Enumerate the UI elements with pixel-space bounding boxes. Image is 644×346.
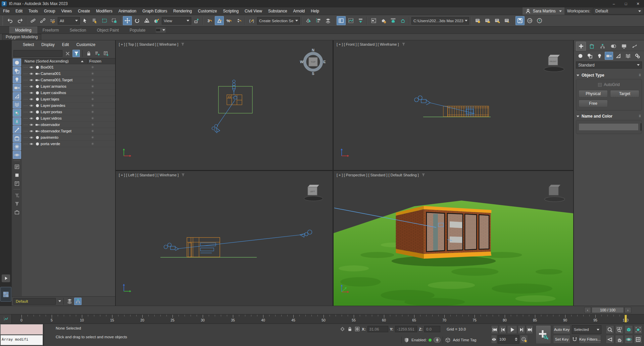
window-crossing-toggle-button[interactable] bbox=[110, 16, 119, 25]
workspace-gear-icon-1[interactable] bbox=[473, 16, 482, 25]
select-and-rotate-button[interactable] bbox=[133, 16, 142, 25]
menu-views[interactable]: Views bbox=[58, 7, 75, 15]
menu-tools[interactable]: Tools bbox=[26, 7, 41, 15]
time-slider-handle[interactable] bbox=[625, 315, 627, 322]
edit-named-selection-sets-button[interactable]: {} bbox=[247, 16, 256, 25]
visibility-eye-icon[interactable] bbox=[29, 65, 34, 70]
explorer-menu-edit[interactable]: Edit bbox=[58, 42, 73, 47]
visibility-eye-icon[interactable] bbox=[29, 72, 34, 76]
unlink-selection-button[interactable] bbox=[38, 16, 47, 25]
scene-object-row[interactable]: Layer:portas bbox=[22, 109, 115, 115]
perspective-viewport[interactable]: [ + ] [ Perspective ] [ Standard ] [ Def… bbox=[334, 171, 573, 306]
menu-scripting[interactable]: Scripting bbox=[220, 7, 242, 15]
explorer-menu-display[interactable]: Display bbox=[38, 42, 58, 47]
maximize-button[interactable]: □ bbox=[620, 0, 632, 7]
visibility-eye-icon[interactable] bbox=[29, 123, 34, 127]
undo-button[interactable] bbox=[6, 16, 15, 25]
select-and-place-button[interactable] bbox=[152, 16, 161, 25]
explorer-search-input[interactable] bbox=[13, 50, 62, 57]
hierarchy-view-button[interactable] bbox=[74, 298, 82, 305]
visibility-eye-icon[interactable] bbox=[29, 84, 34, 89]
select-by-name-button[interactable] bbox=[90, 16, 99, 25]
scene-object-row[interactable]: Layer:caixilhos bbox=[22, 90, 115, 96]
frozen-state-icon[interactable] bbox=[91, 117, 94, 120]
viewport-filter-icon[interactable] bbox=[181, 173, 185, 177]
frozen-state-icon[interactable] bbox=[91, 104, 94, 107]
target-camera-button[interactable]: Target bbox=[610, 90, 639, 97]
viewport-filter-icon[interactable] bbox=[401, 42, 406, 46]
left-viewport[interactable]: [ + ] [ Left ] [ Standard ] [ Wireframe … bbox=[116, 171, 333, 306]
perspective-viewport-canvas[interactable] bbox=[334, 171, 573, 306]
modify-tab[interactable] bbox=[587, 42, 597, 51]
cameras-category-button[interactable] bbox=[605, 52, 613, 60]
visibility-eye-icon[interactable] bbox=[29, 142, 34, 146]
toolbar-drag-handle[interactable] bbox=[2, 16, 4, 25]
zoom-button[interactable] bbox=[606, 325, 614, 334]
render-production-button[interactable] bbox=[398, 16, 407, 25]
visibility-eye-icon[interactable] bbox=[29, 135, 34, 140]
menu-file[interactable]: File bbox=[0, 7, 12, 15]
scene-object-row[interactable]: Layer:armarios bbox=[22, 83, 115, 90]
explorer-preset-dropdown[interactable]: Default bbox=[13, 298, 56, 305]
reference-coordinate-dropdown[interactable]: View bbox=[162, 17, 191, 25]
time-configuration-button[interactable] bbox=[520, 335, 528, 344]
percent-snap-toggle-button[interactable]: % bbox=[225, 16, 234, 25]
safe-mode-shield-icon[interactable] bbox=[404, 337, 409, 343]
shapes-filter-icon[interactable] bbox=[13, 67, 21, 75]
name-color-rollout-header[interactable]: Name and Color ⠿ bbox=[576, 113, 642, 120]
layer-explorer-toggle-button[interactable] bbox=[324, 16, 333, 25]
named-selection-sets-dropdown[interactable]: Create Selection Se bbox=[257, 17, 300, 25]
rendered-frame-window-button[interactable] bbox=[389, 16, 398, 25]
top-viewport-label[interactable]: [ + ] [ Top ] [ Standard ] [ Wireframe ] bbox=[119, 42, 178, 46]
workspace-folder-icon-4[interactable] bbox=[502, 16, 511, 25]
pan-view-button[interactable] bbox=[615, 335, 624, 344]
workspace-select[interactable]: Default bbox=[593, 8, 643, 14]
geometry-category-button[interactable] bbox=[576, 52, 584, 60]
visibility-eye-icon[interactable] bbox=[29, 116, 34, 121]
material-editor-button[interactable] bbox=[369, 16, 378, 25]
project-folder-dropdown[interactable]: C:\Users\202...3ds Max 2023 bbox=[411, 17, 469, 25]
frozen-state-icon[interactable] bbox=[91, 123, 94, 126]
autosave-button[interactable] bbox=[515, 16, 525, 25]
groups-filter-icon[interactable] bbox=[13, 109, 21, 117]
select-and-move-button[interactable] bbox=[123, 16, 132, 25]
helpers-filter-icon[interactable] bbox=[13, 92, 21, 100]
lock-explorer-icon[interactable] bbox=[85, 50, 92, 57]
front-viewport[interactable]: [ + ] [ Front ] [ Standard ] [ Wireframe… bbox=[334, 40, 573, 170]
use-pivot-point-button[interactable] bbox=[192, 16, 201, 25]
rectangular-selection-region-button[interactable] bbox=[100, 16, 109, 25]
utilities-tab[interactable] bbox=[630, 42, 640, 51]
frozen-state-icon[interactable] bbox=[91, 136, 94, 139]
visibility-eye-icon[interactable] bbox=[29, 110, 34, 114]
helpers-category-button[interactable] bbox=[614, 52, 623, 60]
scene-object-row[interactable]: Layer:paredes bbox=[22, 102, 115, 109]
curve-editor-button[interactable] bbox=[346, 16, 355, 25]
add-time-tag[interactable]: Add Time Tag bbox=[453, 338, 476, 342]
explorer-menu-select[interactable]: Select bbox=[19, 42, 38, 47]
snaps-toggle-button[interactable]: 3 bbox=[205, 16, 214, 25]
menu-rendering[interactable]: Rendering bbox=[170, 7, 195, 15]
perspective-viewport-label[interactable]: [ + ] [ Perspective ] [ Standard ] [ Def… bbox=[337, 173, 419, 177]
frozen-state-icon[interactable] bbox=[91, 91, 94, 94]
display-tab[interactable] bbox=[619, 42, 629, 51]
explorer-menu-customize[interactable]: Customize bbox=[72, 42, 99, 47]
align-button[interactable] bbox=[314, 16, 323, 25]
scene-object-row[interactable]: Box001 bbox=[22, 64, 115, 71]
key-mode-toggle-button[interactable] bbox=[491, 335, 497, 344]
time-slider-track[interactable]: 0510152025303540455055606570758085909510… bbox=[12, 314, 644, 323]
scene-object-row[interactable]: Camera001 bbox=[22, 71, 115, 77]
menu-animation[interactable]: Animation bbox=[115, 7, 139, 15]
listener-pane[interactable]: Array modifi bbox=[0, 335, 43, 345]
menu-group[interactable]: Group bbox=[41, 7, 58, 15]
select-and-link-button[interactable] bbox=[29, 16, 38, 25]
expand-selected-rows-icon[interactable] bbox=[13, 179, 21, 187]
menu-modifiers[interactable]: Modifiers bbox=[93, 7, 115, 15]
xrefs-filter-icon[interactable] bbox=[13, 117, 21, 125]
spinner-snap-toggle-button[interactable] bbox=[234, 16, 243, 25]
y-coordinate-field[interactable]: -1259.551 bbox=[395, 326, 417, 332]
current-frame-field[interactable]: 100 bbox=[498, 335, 519, 344]
scene-object-row[interactable]: observador.Target bbox=[22, 128, 115, 134]
menu-create[interactable]: Create bbox=[75, 7, 93, 15]
go-to-end-button[interactable] bbox=[526, 325, 533, 334]
menu-graph-editors[interactable]: Graph Editors bbox=[139, 7, 170, 15]
